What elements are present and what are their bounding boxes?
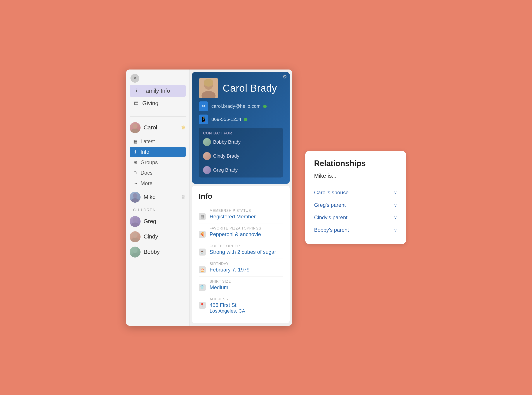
mike-name: Mike	[144, 194, 156, 200]
membership-content: MEMBERSHIP STATUS Registered Member	[210, 209, 283, 220]
info-row-membership: ▤ MEMBERSHIP STATUS Registered Member	[199, 206, 283, 223]
shirt-label: SHIRT SIZE	[210, 280, 283, 284]
profile-name: Carol Brady	[223, 82, 277, 94]
contact-for-greg: Greg Brady	[203, 166, 238, 174]
rel-cindy-parent-text: Cindy's parent	[314, 214, 347, 220]
subnav-latest[interactable]: ▦ Latest	[130, 136, 186, 147]
membership-label: MEMBERSHIP STATUS	[210, 209, 283, 213]
contact-for-bobby: Bobby Brady	[203, 138, 241, 146]
person-greg[interactable]: Greg	[126, 214, 189, 229]
contact-for-list: Bobby Brady Cindy Brady Greg Brady	[203, 138, 279, 174]
address-content: ADDRESS 456 First St Los Angeles, CA	[210, 297, 283, 314]
giving-icon: ▤	[133, 100, 139, 106]
address-city: Los Angeles, CA	[210, 308, 283, 314]
phone-verified-dot	[244, 118, 247, 121]
profile-header: Carol Brady ✉ carol.brady@hello.com 📱 86…	[192, 72, 290, 184]
main-card: × ⚙ ℹ Family Info ▤ Giving	[126, 70, 292, 326]
birthday-label: BIRTHDAY	[210, 262, 283, 266]
relationships-intro: Mike is...	[314, 172, 397, 183]
info-row-coffee: ☕ COFFEE ORDER Strong with 2 cubes of su…	[199, 241, 283, 259]
coffee-content: COFFEE ORDER Strong with 2 cubes of suga…	[210, 244, 283, 255]
contact-avatar-greg	[203, 166, 211, 174]
rel-cindy-parent[interactable]: Cindy's parent ∨	[314, 211, 397, 224]
avatar-mike	[130, 192, 141, 203]
shirt-value: Medium	[210, 284, 283, 291]
subnav-more[interactable]: ··· More	[130, 178, 186, 189]
svg-point-5	[131, 223, 139, 227]
more-icon: ···	[133, 181, 138, 186]
subnav-docs[interactable]: 🗋 Docs	[130, 168, 186, 178]
email-value: carol.brady@hello.com	[211, 103, 267, 109]
birthday-content: BIRTHDAY February 7, 1979	[210, 262, 283, 273]
avatar-greg	[130, 216, 141, 227]
person-mike[interactable]: Mike ♛	[126, 190, 189, 205]
chevron-down-icon: ∨	[394, 227, 397, 233]
svg-point-7	[131, 238, 139, 242]
relationships-title: Relationships	[314, 159, 397, 168]
svg-point-1	[131, 129, 139, 133]
rel-carol-spouse-text: Carol's spouse	[314, 190, 349, 196]
children-label: CHILDREN	[126, 205, 189, 214]
avatar-cindy	[130, 231, 141, 242]
phone-icon-box: 📱	[199, 115, 208, 124]
relationships-card: Relationships Mike is... Carol's spouse …	[305, 151, 406, 244]
email-row: ✉ carol.brady@hello.com	[199, 101, 283, 111]
shirt-icon: 👕	[199, 284, 206, 291]
profile-top: Carol Brady	[199, 78, 283, 98]
subnav-info[interactable]: ℹ Info	[130, 147, 186, 157]
person-carol[interactable]: Carol ♛	[126, 120, 189, 135]
sidebar-item-label: Family Info	[142, 88, 170, 94]
info-title: Info	[199, 192, 283, 200]
rel-bobby-parent-text: Bobby's parent	[314, 227, 349, 233]
greg-name: Greg	[144, 218, 156, 225]
sidebar-item-label: Giving	[142, 100, 159, 107]
sidebar-nav: ℹ Family Info ▤ Giving	[126, 85, 189, 114]
address-street: 456 First St	[210, 302, 283, 308]
chevron-down-icon: ∨	[394, 190, 397, 195]
coffee-icon: ☕	[199, 248, 206, 256]
chevron-down-icon: ∨	[394, 215, 397, 220]
rel-bobby-parent[interactable]: Bobby's parent ∨	[314, 224, 397, 236]
phone-row: 📱 869-555-1234	[199, 115, 283, 124]
person-cindy[interactable]: Cindy	[126, 229, 189, 244]
info-row-shirt: 👕 SHIRT SIZE Medium	[199, 276, 283, 294]
pizza-icon: 🍕	[199, 231, 206, 238]
phone-value: 869-555-1234	[211, 116, 247, 122]
svg-point-0	[133, 124, 137, 129]
info-subnav-icon: ℹ	[133, 149, 138, 154]
settings-button[interactable]: ⚙	[281, 73, 289, 81]
contact-avatar-bobby	[203, 138, 211, 146]
profile-avatar-carol	[199, 78, 218, 98]
rel-carol-spouse[interactable]: Carol's spouse ∨	[314, 187, 397, 199]
main-content: Carol Brady ✉ carol.brady@hello.com 📱 86…	[190, 70, 292, 326]
close-button[interactable]: ×	[131, 74, 139, 83]
birthday-value: February 7, 1979	[210, 267, 283, 273]
info-row-pizza: 🍕 FAVORITE PIZZA TOPPINGS Pepperoni & an…	[199, 223, 283, 241]
pizza-label: FAVORITE PIZZA TOPPINGS	[210, 226, 283, 230]
contact-for-cindy: Cindy Brady	[203, 152, 239, 160]
sidebar-item-family-info[interactable]: ℹ Family Info	[130, 85, 186, 97]
shirt-content: SHIRT SIZE Medium	[210, 280, 283, 291]
svg-point-4	[133, 218, 137, 222]
cindy-name: Cindy	[144, 233, 158, 240]
rel-greg-parent[interactable]: Greg's parent ∨	[314, 199, 397, 211]
avatar-carol	[130, 122, 141, 133]
membership-icon: ▤	[199, 213, 206, 220]
info-icon: ℹ	[133, 88, 139, 94]
crown-icon: ♛	[181, 125, 186, 131]
contact-for-section: CONTACT FOR Bobby Brady Cindy Brady Greg…	[199, 128, 283, 177]
avatar-bobby	[130, 247, 141, 258]
subnav-groups[interactable]: ⊞ Groups	[130, 157, 186, 168]
coffee-value: Strong with 2 cubes of sugar	[210, 249, 283, 255]
svg-point-8	[133, 248, 137, 253]
svg-point-6	[133, 233, 137, 238]
svg-point-13	[204, 79, 213, 87]
contact-for-label: CONTACT FOR	[203, 131, 279, 136]
sidebar: ℹ Family Info ▤ Giving Carol ♛ ▦	[126, 70, 190, 326]
svg-point-3	[131, 198, 139, 203]
svg-point-9	[131, 253, 139, 258]
person-bobby[interactable]: Bobby	[126, 244, 189, 260]
rel-greg-parent-text: Greg's parent	[314, 202, 346, 208]
sidebar-item-giving[interactable]: ▤ Giving	[130, 97, 186, 109]
info-row-address: 📍 ADDRESS 456 First St Los Angeles, CA	[199, 294, 283, 317]
